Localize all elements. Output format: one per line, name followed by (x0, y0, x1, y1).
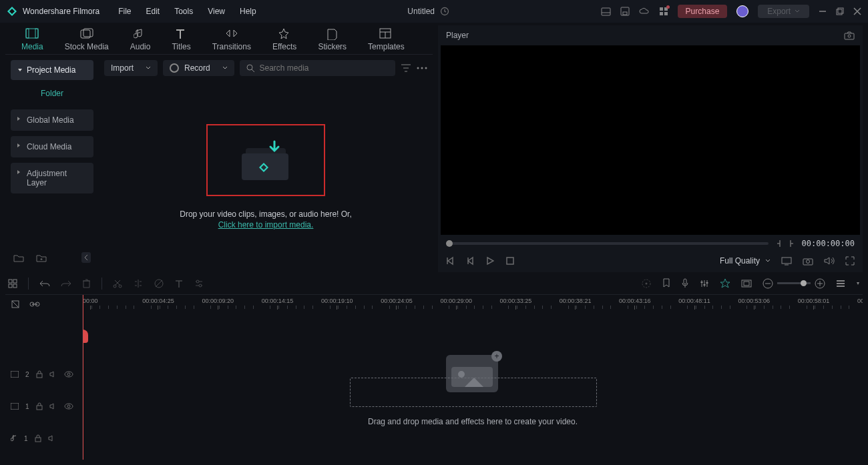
mute-icon[interactable] (49, 371, 57, 378)
app-name: Wondershare Filmora (23, 7, 99, 16)
tab-stock-media[interactable]: Stock Media (65, 28, 109, 51)
menu-help[interactable]: Help (240, 7, 256, 16)
track-options-icon[interactable] (856, 280, 860, 288)
add-media-icon[interactable]: + (491, 351, 502, 362)
camera-icon[interactable] (803, 257, 813, 266)
text-icon[interactable] (174, 279, 184, 288)
history-icon[interactable] (440, 7, 449, 16)
split-icon[interactable] (133, 279, 144, 288)
more-icon[interactable] (417, 67, 427, 69)
fullscreen-icon[interactable] (845, 256, 855, 266)
step-back-icon[interactable] (466, 256, 474, 266)
audio-mixer-icon[interactable] (700, 279, 709, 288)
menu-view[interactable]: View (208, 7, 225, 16)
new-folder-icon[interactable] (13, 254, 24, 262)
user-avatar[interactable] (736, 5, 748, 17)
menu-tools[interactable]: Tools (174, 7, 193, 16)
zoom-in-icon[interactable] (815, 278, 825, 289)
display-icon[interactable] (781, 257, 792, 266)
lock-icon[interactable] (36, 370, 43, 378)
svg-rect-75 (35, 438, 41, 442)
sidebar-item-cloud-media[interactable]: Cloud Media (11, 136, 93, 157)
link-icon[interactable] (29, 301, 40, 308)
zoom-slider[interactable] (777, 282, 811, 284)
grid-icon[interactable] (8, 279, 17, 288)
auto-beat-icon[interactable] (720, 278, 730, 289)
player-viewport[interactable] (441, 45, 860, 235)
media-drop-area[interactable]: Drop your video clips, images, or audio … (99, 81, 433, 272)
maximize-icon[interactable] (836, 7, 844, 15)
time-ruler[interactable]: 00:0000:00:04:2500:00:09:2000:00:14:1500… (83, 295, 863, 314)
prev-frame-icon[interactable] (446, 256, 454, 266)
sidebar-item-folder[interactable]: Folder (11, 83, 93, 104)
tab-templates[interactable]: Templates (368, 28, 405, 51)
sidebar-item-adjustment-layer[interactable]: Adjustment Layer (11, 163, 93, 193)
mark-out-icon[interactable] (789, 239, 795, 248)
svg-rect-53 (706, 282, 708, 284)
export-button[interactable]: Export (758, 5, 809, 18)
minimize-icon[interactable] (819, 7, 827, 15)
record-dropdown[interactable]: Record (163, 60, 234, 76)
tab-media[interactable]: Media (21, 28, 43, 51)
tab-audio[interactable]: Audio (130, 28, 151, 51)
svg-rect-29 (845, 33, 854, 39)
eye-icon[interactable] (64, 371, 73, 378)
aspect-icon[interactable] (741, 280, 752, 288)
track-view-icon[interactable] (836, 279, 845, 288)
zoom-out-icon[interactable] (763, 278, 773, 289)
mute-icon[interactable] (49, 403, 57, 410)
lock-icon[interactable] (36, 402, 43, 410)
snapshot-icon[interactable] (844, 31, 855, 40)
tab-stickers[interactable]: Stickers (318, 28, 347, 51)
volume-icon[interactable] (824, 256, 835, 266)
save-icon[interactable] (620, 7, 630, 16)
eye-icon[interactable] (64, 403, 73, 410)
search-media[interactable] (240, 60, 395, 76)
lock-icon[interactable] (35, 434, 41, 442)
sidebar-head-project-media[interactable]: Project Media (11, 60, 93, 80)
menu-edit[interactable]: Edit (146, 7, 160, 16)
adjust-icon[interactable] (194, 279, 204, 288)
redo-icon[interactable] (61, 280, 71, 288)
import-dropzone[interactable] (206, 124, 325, 196)
mute-icon[interactable] (48, 435, 56, 442)
marker-icon[interactable] (662, 278, 670, 288)
layout-icon[interactable] (601, 7, 611, 16)
filter-icon[interactable] (401, 63, 411, 73)
new-bin-icon[interactable] (36, 254, 47, 262)
track-head-video-2[interactable]: 2 (5, 358, 82, 390)
track-head-video-1[interactable]: 1 (5, 390, 82, 422)
tab-effects[interactable]: Effects (272, 28, 296, 51)
crop-icon[interactable] (154, 279, 164, 288)
seek-slider[interactable] (446, 242, 769, 245)
timeline-drop-zone[interactable] (350, 378, 597, 407)
svg-rect-12 (837, 9, 842, 15)
cloud-icon[interactable] (639, 7, 650, 15)
collapse-sidebar-icon[interactable] (81, 252, 91, 263)
mark-in-icon[interactable] (775, 239, 782, 248)
snap-icon[interactable] (11, 300, 20, 309)
search-input[interactable] (260, 63, 389, 73)
import-dropdown[interactable]: Import (104, 60, 158, 76)
track-head-audio-1[interactable]: 1 (5, 422, 82, 454)
timeline-canvas[interactable]: 00:0000:00:04:2500:00:09:2000:00:14:1500… (83, 295, 863, 460)
import-media-link[interactable]: Click here to import media. (218, 220, 314, 229)
tab-titles[interactable]: Titles (172, 28, 190, 51)
voiceover-icon[interactable] (681, 278, 689, 288)
playhead[interactable] (83, 295, 83, 460)
delete-icon[interactable] (82, 278, 91, 288)
play-icon[interactable] (486, 256, 494, 266)
tab-transitions[interactable]: Transitions (212, 28, 251, 51)
stop-icon[interactable] (506, 256, 514, 266)
sidebar-item-global-media[interactable]: Global Media (11, 109, 93, 131)
render-icon[interactable] (641, 278, 652, 289)
close-icon[interactable] (853, 7, 861, 15)
undo-icon[interactable] (39, 280, 50, 288)
ruler-tick: 00:00:33:25 (500, 298, 532, 310)
purchase-button[interactable]: Purchase (678, 5, 728, 18)
menu-file[interactable]: File (118, 7, 131, 16)
cut-icon[interactable] (113, 279, 122, 288)
quality-dropdown[interactable]: Full Quality (720, 256, 771, 266)
svg-rect-38 (9, 284, 12, 288)
apps-icon[interactable] (659, 7, 668, 16)
